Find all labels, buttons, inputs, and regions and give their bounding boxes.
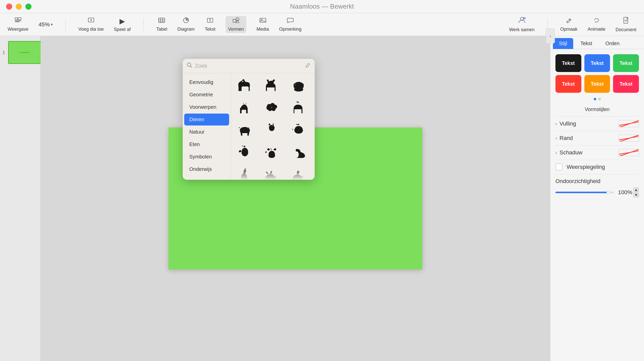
category-natuur[interactable]: Natuur	[184, 126, 229, 138]
shape-bull[interactable]	[233, 120, 256, 141]
style-green[interactable]: Tekst	[613, 54, 639, 72]
property-vulling[interactable]: › Vulling	[555, 116, 639, 131]
svg-rect-2	[15, 21, 21, 21]
vormen-label: Vormen	[228, 27, 244, 32]
shape-pig[interactable]	[287, 76, 310, 96]
property-rand[interactable]: › Rand	[555, 131, 639, 145]
category-symbolen[interactable]: Symbolen	[184, 151, 229, 163]
opacity-up[interactable]: ▲	[633, 188, 639, 192]
dot-1[interactable]	[594, 98, 596, 100]
category-voorwerpen[interactable]: Voorwerpen	[184, 101, 229, 113]
zoom-value: 45%	[39, 21, 50, 28]
opacity-slider-thumb[interactable]	[606, 191, 610, 194]
pen-icon[interactable]	[305, 62, 311, 69]
schaduw-swatch[interactable]	[619, 149, 639, 156]
vulling-swatch[interactable]	[619, 120, 639, 127]
toolbar-diagram[interactable]: Diagram	[177, 17, 195, 32]
svg-line-33	[309, 63, 310, 64]
shape-goose[interactable]	[233, 165, 256, 180]
opacity-down[interactable]: ▼	[633, 193, 639, 197]
rand-color	[619, 135, 639, 142]
shape-bird2[interactable]	[287, 165, 310, 180]
collapse-panel-button[interactable]: ‹	[546, 28, 555, 44]
shape-rooster[interactable]	[233, 143, 256, 163]
tab-stijl[interactable]: Stijl	[553, 38, 573, 49]
weerspiegeling-label: Weerspiegeling	[567, 164, 605, 170]
svg-marker-27	[595, 22, 597, 23]
style-orange[interactable]: Tekst	[584, 75, 610, 93]
schaduw-chevron: ›	[555, 150, 557, 155]
toolbar-weergave[interactable]: Weergave	[8, 17, 28, 32]
schaduw-text: Schaduw	[560, 149, 583, 156]
category-geometrie[interactable]: Geometrie	[184, 89, 229, 101]
speel-af-label: Speel af	[114, 27, 131, 32]
style-blue[interactable]: Tekst	[584, 54, 610, 72]
shape-turkey[interactable]	[260, 143, 283, 163]
opmerking-label: Opmerking	[279, 27, 301, 32]
tab-orden[interactable]: Orden	[599, 38, 626, 49]
toolbar-tekst[interactable]: T Tekst	[205, 17, 215, 32]
shape-cow[interactable]	[260, 76, 283, 96]
category-list: Eenvoudig Geometrie Voorwerpen Dieren Na…	[183, 73, 231, 180]
svg-point-36	[300, 83, 304, 87]
tab-tekst[interactable]: Tekst	[574, 38, 598, 49]
search-input[interactable]	[195, 63, 302, 69]
title-text: Naamloos	[290, 3, 320, 10]
shape-crow[interactable]	[260, 165, 283, 180]
shape-horse[interactable]	[233, 76, 256, 96]
rand-swatch[interactable]	[619, 135, 639, 142]
shape-duck[interactable]	[287, 143, 310, 163]
opacity-slider-fill	[555, 192, 608, 193]
toolbar-opmerking[interactable]: Opmerking	[279, 17, 301, 32]
category-eenvoudig[interactable]: Eenvoudig	[184, 76, 229, 88]
toolbar-vormen[interactable]: Vormen	[226, 16, 246, 33]
style-pink[interactable]: Tekst	[613, 75, 639, 93]
svg-point-22	[520, 17, 523, 20]
close-button[interactable]	[6, 4, 12, 10]
slide-thumbnail[interactable]	[8, 41, 41, 64]
toolbar-voeg-dia[interactable]: Voeg dia toe	[78, 17, 104, 32]
shape-sheep[interactable]	[260, 98, 283, 118]
property-schaduw[interactable]: › Schaduw	[555, 145, 639, 160]
slides-panel: 1	[0, 36, 41, 361]
vulling-color	[619, 120, 639, 127]
weergave-icon	[14, 17, 22, 25]
category-eten[interactable]: Eten	[184, 138, 229, 150]
category-onderwijs[interactable]: Onderwijs	[184, 163, 229, 175]
toolbar-animatie[interactable]: Animatie	[588, 17, 605, 32]
svg-line-47	[619, 120, 639, 127]
vormstijlen-label: Vormstijlen	[555, 106, 639, 112]
vulling-text: Vulling	[560, 120, 576, 127]
toolbar-opmaak[interactable]: Opmaak	[560, 17, 578, 32]
shape-grid-wrapper	[231, 73, 315, 180]
style-black[interactable]: Tekst	[555, 54, 581, 72]
animatie-label: Animatie	[588, 27, 605, 32]
toolbar-speel-af[interactable]: ▶ Speel af	[114, 17, 131, 32]
document-label: Document	[616, 27, 636, 32]
svg-point-44	[272, 107, 276, 111]
window-title: Naamloos — Bewerkt	[290, 3, 354, 10]
weerspiegeling-checkbox[interactable]	[555, 164, 563, 171]
shape-goat[interactable]	[233, 98, 256, 118]
schaduw-label: › Schaduw	[555, 149, 583, 156]
dot-2[interactable]	[598, 98, 601, 100]
slide-number: 1	[3, 50, 5, 55]
diagram-icon	[182, 17, 190, 25]
style-red[interactable]: Tekst	[555, 75, 581, 93]
toolbar-werk-samen[interactable]: Werk samen	[509, 17, 535, 32]
minimize-button[interactable]	[16, 4, 22, 10]
category-dieren[interactable]: Dieren	[184, 114, 229, 125]
animatie-icon	[593, 17, 600, 25]
toolbar-zoom[interactable]: 45% ▾ Zoom	[39, 21, 53, 28]
maximize-button[interactable]	[25, 4, 31, 10]
shape-rabbit[interactable]	[260, 120, 283, 141]
shape-donkey[interactable]	[287, 98, 310, 118]
vulling-label: › Vulling	[555, 120, 576, 127]
toolbar-media[interactable]: Media	[257, 17, 269, 32]
toolbar-tabel[interactable]: Tabel	[156, 17, 167, 32]
shape-chicken[interactable]	[287, 120, 310, 141]
toolbar-document[interactable]: Document	[616, 17, 636, 32]
tekst-icon: T	[207, 17, 214, 25]
category-kunst[interactable]: Kunst	[184, 176, 229, 180]
svg-line-49	[619, 149, 639, 156]
